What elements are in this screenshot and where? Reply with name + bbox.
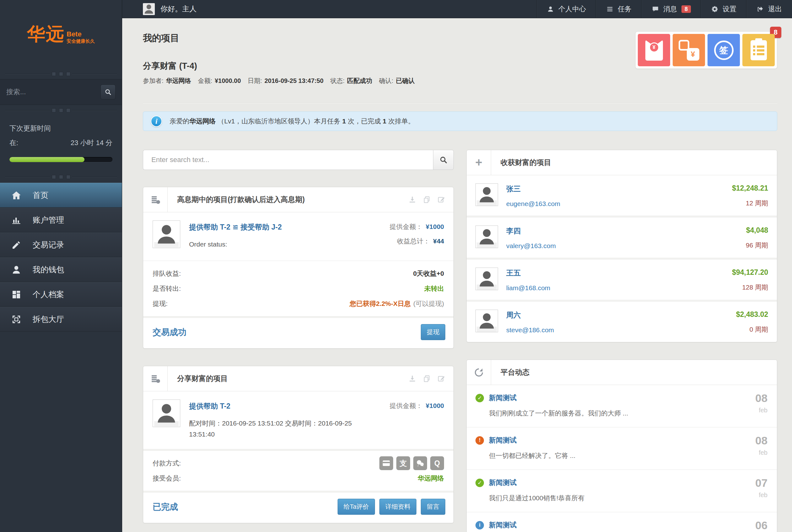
earning-period: 0 周期 [736, 325, 768, 334]
sidebar-item-profile[interactable]: 个人档案 [0, 282, 122, 307]
avatar [153, 221, 180, 248]
avatar [476, 226, 498, 248]
date-label: 日期: [248, 77, 262, 84]
edit-icon[interactable] [437, 375, 445, 383]
topbar-menu: 个人中心 任务 消息 8 设置 退出 [537, 0, 792, 18]
earning-period: 128 周期 [732, 283, 768, 292]
earning-row: 周六 steve@186.com $2,483.02 0 周期 [467, 302, 777, 342]
main-search-input[interactable] [143, 150, 433, 170]
provide-amount-value: ¥1000 [426, 223, 444, 230]
greeting-text: 你好。主人 [160, 4, 197, 14]
member-email: liam@168.com [506, 284, 732, 292]
panel-footer: 交易成功 提现 [143, 318, 453, 348]
news-title-link[interactable]: 新闻测试 [489, 478, 517, 488]
provide-amount-value: ¥1000 [426, 402, 444, 409]
red-envelope-icon: ¥ [645, 40, 663, 61]
topbar-item-label: 个人中心 [558, 4, 586, 14]
sidebar-divider [0, 171, 122, 182]
sidebar-item-label: 个人档案 [33, 289, 64, 300]
news-date: 08 feb [755, 435, 768, 456]
sign-in-tile[interactable]: 签 [708, 34, 740, 66]
sidebar-item-transactions[interactable]: 交易记录 [0, 232, 122, 257]
order-details: 排队收益: 0天收益+0 是否转出: 未转出 提现: 您已获得2.2%-X日息(… [143, 261, 453, 316]
app-logo: 华远 Bete 安全健康长久 [0, 0, 122, 69]
news-text: 我们只是通过1000销售!恭喜所有 [476, 494, 768, 502]
details-button[interactable]: 详细资料 [379, 499, 417, 515]
news-title-link[interactable]: 新闻测试 [489, 436, 517, 445]
trade-status: 已完成 [153, 501, 178, 513]
topbar-item-messages[interactable]: 消息 8 [642, 0, 701, 18]
message-button[interactable]: 留言 [421, 499, 445, 515]
search-icon [104, 88, 112, 96]
total-earning-value: ¥44 [433, 238, 444, 245]
status-label: 状态: [330, 77, 345, 84]
participant-value: 华远网络 [166, 77, 191, 84]
sidebar-item-wallet[interactable]: 我的钱包 [0, 257, 122, 282]
alert-text: 亲爱的华远网络（Lv1，山东临沂市地区领导人）本月任务1次，已完成1次排单。 [170, 117, 417, 126]
refresh-icon[interactable] [467, 360, 491, 385]
earning-row: 张三 eugene@163.com $12,248.21 12 周期 [467, 175, 777, 216]
red-packet-tile[interactable]: ¥ [638, 34, 670, 66]
date-value: 2016-09-25 13:47:50 [265, 77, 324, 84]
plus-icon: + [467, 150, 491, 175]
order-times: 配对时间：2016-09-25 13:51:02 交易时间：2016-09-25… [189, 418, 366, 440]
task-list-tile[interactable] [742, 34, 775, 66]
topbar-item-settings[interactable]: 设置 [701, 0, 747, 18]
news-text: 但一切都已经解决了。它将 ... [476, 451, 768, 460]
earning-amount: $4,048 [746, 226, 768, 234]
panel-actions [408, 375, 453, 383]
info-icon: i [476, 521, 484, 530]
rate-button[interactable]: 给Ta评价 [337, 499, 375, 515]
copy-icon[interactable] [423, 375, 431, 383]
info-alert: i 亲爱的华远网络（Lv1，山东临沂市地区领导人）本月任务1次，已完成1次排单。 [143, 112, 777, 131]
topbar-item-label: 退出 [768, 4, 782, 14]
member-email: valery@163.com [506, 242, 746, 250]
copy-icon[interactable] [423, 196, 431, 204]
coins-icon [143, 187, 168, 212]
withdraw-button[interactable]: 提现 [421, 324, 445, 340]
panel-title: 高息期中的项目(打款确认后进入高息期) [168, 195, 408, 205]
sidebar-search-input[interactable] [6, 88, 97, 96]
news-title-link[interactable]: 新闻测试 [489, 520, 517, 530]
main-search [143, 150, 454, 170]
participant-label: 参加者: [143, 77, 163, 84]
member-name-link[interactable]: 李四 [506, 227, 521, 235]
news-item: ✓ 新闻测试 我们只是通过1000销售!恭喜所有 07 feb [467, 470, 777, 512]
news-title-link[interactable]: 新闻测试 [489, 393, 517, 403]
exchange-tile[interactable]: ¥ [673, 34, 705, 66]
project-meta: 参加者:华远网络 金额:¥1000.00 日期:2016-09-25 13:47… [143, 77, 777, 85]
sidebar-item-home[interactable]: 首页 [0, 183, 122, 208]
logo-text: 华远 [27, 22, 65, 46]
sidebar-item-accounts[interactable]: 账户管理 [0, 208, 122, 232]
download-icon[interactable] [408, 196, 417, 204]
earning-amount: $94,127.20 [732, 268, 768, 277]
news-panel: 平台动态 ✓ 新闻测试 我们刚刚成立了一个新的服务器。我们的大师 ... 08 … [466, 360, 777, 532]
order-link[interactable]: 提供帮助 T-2 [189, 401, 231, 411]
next-update-value: 23 小时 14 分 [71, 138, 112, 148]
member-name-link[interactable]: 王五 [506, 269, 521, 277]
sidebar-menu: 首页 账户管理 交易记录 我的钱包 个人档案 拆包大厅 [0, 183, 122, 331]
sidebar-item-unpack-hall[interactable]: 拆包大厅 [0, 307, 122, 331]
edit-icon[interactable] [437, 196, 445, 204]
detail-row: 提现: 您已获得2.2%-X日息(可以提现) [153, 296, 444, 311]
order-link[interactable]: 提供帮助 T-2 ≌ 接受帮助 J-2 [189, 222, 282, 232]
main-search-button[interactable] [433, 150, 454, 170]
sidebar-divider [0, 105, 122, 116]
topbar-item-logout[interactable]: 退出 [747, 0, 792, 18]
sidebar-item-label: 交易记录 [33, 240, 64, 250]
clipboard-icon [751, 40, 767, 60]
topbar-item-personal-center[interactable]: 个人中心 [537, 0, 596, 18]
sidebar-search [0, 79, 122, 105]
download-icon[interactable] [408, 375, 417, 383]
share-wealth-panel: 分享财富的项目 提供帮助 T-2 配对时间：2016-09-25 13:51:0… [143, 366, 454, 523]
sidebar-search-button[interactable] [100, 84, 116, 99]
avatar [476, 268, 498, 290]
member-name-link[interactable]: 周六 [506, 311, 521, 319]
update-progress-fill [9, 157, 84, 162]
wechat-icon [413, 456, 427, 470]
topbar-item-tasks[interactable]: 任务 [596, 0, 642, 18]
member-name-link[interactable]: 张三 [506, 185, 521, 193]
order-summary: 提供帮助 T-2 配对时间：2016-09-25 13:51:02 交易时间：2… [143, 391, 453, 449]
bank-card-icon [379, 456, 393, 470]
sidebar-item-label: 我的钱包 [33, 264, 64, 275]
